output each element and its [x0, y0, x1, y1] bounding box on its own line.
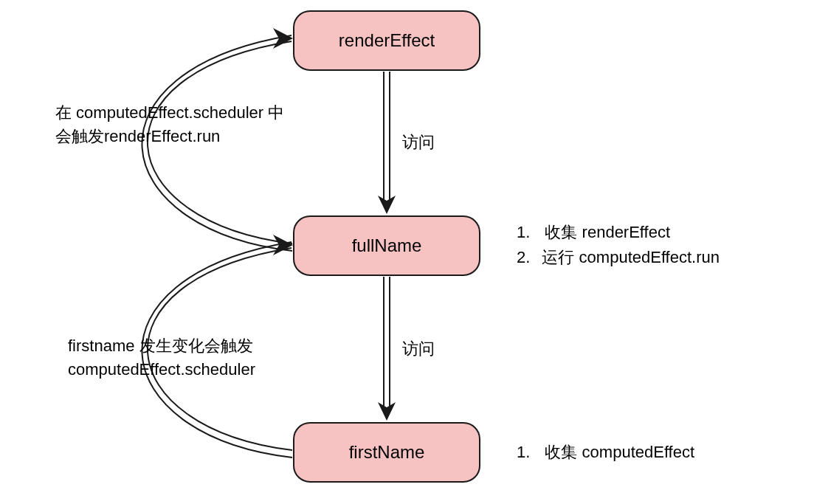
- annotation-fullName-item2: 运行 computedEffect.run: [542, 248, 720, 266]
- node-renderEffect: renderEffect: [294, 11, 480, 70]
- svg-text:1.
      收集 renderEffect: 1. 收集 renderEffect: [517, 223, 670, 241]
- svg-text:1.
      收集 computedEffect: 1. 收集 computedEffect: [517, 443, 694, 461]
- node-firstName-label: firstName: [349, 442, 425, 462]
- annotation-firstName-item1: 收集 computedEffect: [545, 443, 694, 461]
- edge-full-to-render-label-1: 在 computedEffect.scheduler 中: [55, 103, 284, 122]
- list-marker-1: 1.: [517, 223, 530, 241]
- edge-render-to-full: 访问: [378, 72, 435, 214]
- node-renderEffect-label: renderEffect: [339, 30, 435, 50]
- list-marker-2: 2.: [517, 248, 530, 266]
- annotation-fullName-item1: 收集 renderEffect: [545, 223, 670, 241]
- edge-first-to-full-label-1: firstname 发生变化会触发: [68, 336, 253, 355]
- list-marker-1b: 1.: [517, 443, 530, 461]
- annotation-firstName: 1. 收集 computedEffect: [517, 443, 694, 461]
- edge-full-to-first-label: 访问: [402, 339, 435, 358]
- edge-full-to-render-label-2: 会触发renderEffect.run: [55, 127, 220, 145]
- annotation-fullName: 1. 收集 renderEffect 2. 运行 computedEffect.…: [517, 223, 720, 266]
- svg-text:2.
      运行 computedEffect.run: 2. 运行 computedEffect.run: [517, 248, 720, 266]
- node-firstName: firstName: [294, 423, 480, 482]
- edge-render-to-full-label: 访问: [402, 133, 435, 151]
- edge-first-to-full-label-2: computedEffect.scheduler: [68, 360, 255, 379]
- node-fullName: fullName: [294, 216, 480, 275]
- edge-full-to-render: 在 computedEffect.scheduler 中 会触发renderEf…: [55, 28, 293, 251]
- node-fullName-label: fullName: [352, 235, 422, 255]
- edge-full-to-first: 访问: [378, 277, 435, 421]
- diagram-canvas: renderEffect fullName firstName 访问 访问 在 …: [0, 0, 831, 504]
- edge-first-to-full: firstname 发生变化会触发 computedEffect.schedul…: [68, 235, 293, 458]
